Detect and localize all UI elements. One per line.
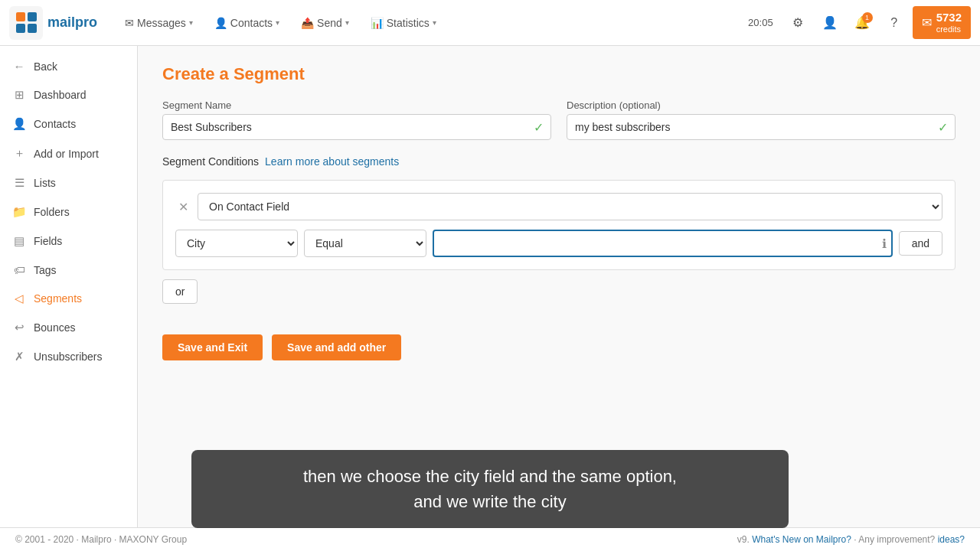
unsubscribers-icon: ✗: [12, 350, 26, 364]
statistics-icon: 📊: [371, 17, 384, 29]
sidebar-lists-label: Lists: [34, 177, 56, 189]
user-button[interactable]: 👤: [816, 9, 844, 37]
nav-statistics[interactable]: 📊 Statistics ▾: [361, 11, 446, 35]
footer-right: v9. What's New on Mailpro? · Any improve…: [737, 534, 965, 545]
credits-amount: 5732: [936, 11, 962, 24]
segments-icon: ◁: [12, 292, 26, 305]
nav-contacts[interactable]: 👤 Contacts ▾: [205, 11, 289, 35]
time-display: 20:05: [748, 17, 773, 28]
sidebar-contacts-label: Contacts: [34, 118, 76, 130]
nav-messages[interactable]: ✉ Messages ▾: [116, 11, 202, 35]
statistics-arrow: ▾: [433, 18, 436, 27]
contacts-arrow: ▾: [276, 18, 279, 27]
description-input[interactable]: [567, 114, 956, 140]
ideas-link[interactable]: ideas?: [938, 534, 965, 545]
or-section: or: [162, 279, 956, 319]
sidebar-folders-label: Folders: [34, 206, 70, 218]
segment-name-input-wrap: ✓: [162, 114, 551, 140]
logo-sq-3: [16, 24, 25, 33]
sidebar-item-folders[interactable]: 📁 Folders: [0, 197, 137, 227]
learn-more-link[interactable]: Learn more about segments: [265, 155, 399, 168]
sidebar-item-contacts[interactable]: 👤 Contacts: [0, 109, 137, 139]
logo-icon: [9, 6, 43, 40]
segment-name-check-icon: ✓: [534, 120, 544, 135]
sidebar-segments-label: Segments: [34, 292, 82, 305]
tags-icon: 🏷: [12, 263, 26, 276]
notification-badge: 1: [862, 12, 873, 23]
logo-sq-4: [28, 24, 37, 33]
sidebar-unsubscribers-label: Unsubscribers: [34, 350, 102, 363]
nav-send[interactable]: 📤 Send ▾: [292, 11, 358, 35]
main-layout: ← Back ⊞ Dashboard 👤 Contacts ＋ Add or I…: [0, 46, 980, 527]
notifications-button[interactable]: 🔔 1: [848, 9, 876, 37]
condition-value-input[interactable]: [433, 230, 893, 257]
sidebar-item-dashboard[interactable]: ⊞ Dashboard: [0, 80, 137, 109]
content-area: Create a Segment Segment Name ✓ Descript…: [138, 46, 980, 527]
save-add-button[interactable]: Save and add other: [272, 334, 401, 360]
sidebar-fields-label: Fields: [34, 235, 62, 247]
sidebar-item-bounces[interactable]: ↩ Bounces: [0, 313, 137, 342]
save-exit-button[interactable]: Save and Exit: [162, 334, 263, 360]
help-button[interactable]: ?: [880, 9, 908, 37]
condition-row: City Equal ℹ and: [175, 230, 942, 257]
description-check-icon: ✓: [938, 120, 948, 135]
logo-sq-1: [16, 12, 25, 21]
folders-icon: 📁: [12, 205, 26, 219]
dashboard-icon: ⊞: [12, 88, 26, 102]
sidebar-item-add-import[interactable]: ＋ Add or Import: [0, 139, 137, 168]
description-input-wrap: ✓: [567, 114, 956, 140]
footer-version: v9.: [737, 534, 750, 545]
condition-field-select[interactable]: City: [175, 230, 298, 257]
sidebar: ← Back ⊞ Dashboard 👤 Contacts ＋ Add or I…: [0, 46, 138, 527]
form-row-names: Segment Name ✓ Description (optional) ✓: [162, 99, 956, 140]
logo[interactable]: mailpro: [9, 6, 97, 40]
messages-icon: ✉: [125, 17, 134, 29]
segment-conditions-header: Segment Conditions Learn more about segm…: [162, 155, 956, 168]
or-button[interactable]: or: [162, 279, 198, 304]
info-icon: ℹ: [882, 236, 887, 251]
nav-send-label: Send: [317, 17, 342, 29]
nav-statistics-label: Statistics: [387, 17, 430, 29]
send-arrow: ▾: [345, 18, 349, 27]
and-button[interactable]: and: [899, 231, 942, 256]
nav-messages-label: Messages: [137, 17, 186, 29]
footer: © 2001 - 2020 · Mailpro · MAXONY Group v…: [0, 527, 980, 551]
sidebar-add-import-label: Add or Import: [34, 148, 99, 160]
remove-condition-button[interactable]: ✕: [175, 200, 191, 214]
sidebar-item-fields[interactable]: ▤ Fields: [0, 227, 137, 256]
sidebar-item-back[interactable]: ← Back: [0, 52, 137, 80]
bounces-icon: ↩: [12, 321, 26, 334]
nav-items: ✉ Messages ▾ 👤 Contacts ▾ 📤 Send ▾ 📊 Sta…: [116, 11, 748, 35]
condition-type-select[interactable]: On Contact Field: [198, 193, 942, 220]
back-icon: ←: [12, 60, 26, 73]
whats-new-link[interactable]: What's New on Mailpro?: [752, 534, 851, 545]
nav-contacts-label: Contacts: [230, 17, 273, 29]
sidebar-item-unsubscribers[interactable]: ✗ Unsubscribers: [0, 342, 137, 371]
footer-copyright: © 2001 - 2020 · Mailpro · MAXONY Group: [15, 534, 187, 545]
credits-button[interactable]: ✉ 5732 credits: [913, 6, 971, 39]
credits-icon: ✉: [922, 15, 932, 30]
settings-button[interactable]: ⚙: [784, 9, 812, 37]
condition-operator-select[interactable]: Equal: [304, 230, 426, 257]
sidebar-contacts-icon: 👤: [12, 117, 26, 131]
sidebar-item-tags[interactable]: 🏷 Tags: [0, 256, 137, 284]
condition-top-row: ✕ On Contact Field: [175, 193, 942, 220]
credits-label: credits: [936, 24, 962, 34]
action-buttons: Save and Exit Save and add other: [162, 334, 956, 360]
sidebar-back-label: Back: [34, 60, 57, 73]
sidebar-item-segments[interactable]: ◁ Segments: [0, 284, 137, 313]
lists-icon: ☰: [12, 176, 26, 190]
condition-value-wrap: ℹ: [433, 230, 893, 257]
top-navigation: mailpro ✉ Messages ▾ 👤 Contacts ▾ 📤 Send…: [0, 0, 980, 46]
footer-improvement: · Any improvement?: [854, 534, 935, 545]
messages-arrow: ▾: [189, 18, 193, 27]
credits-text: 5732 credits: [936, 11, 962, 34]
segment-name-label: Segment Name: [162, 99, 551, 111]
sidebar-dashboard-label: Dashboard: [34, 89, 87, 101]
sidebar-tags-label: Tags: [34, 264, 57, 276]
sidebar-item-lists[interactable]: ☰ Lists: [0, 168, 137, 197]
segment-name-input[interactable]: [162, 114, 551, 140]
logo-text: mailpro: [47, 15, 97, 31]
nav-right: 20:05 ⚙ 👤 🔔 1 ? ✉ 5732 credits: [748, 6, 971, 39]
add-import-icon: ＋: [12, 146, 26, 161]
